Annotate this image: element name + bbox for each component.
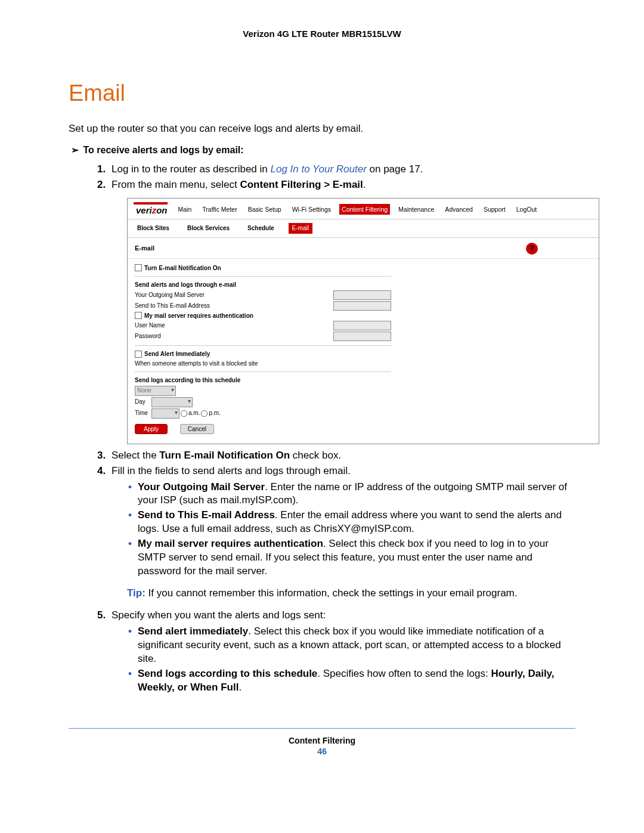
turn-on-label: Turn E-mail Notification On: [144, 264, 275, 272]
send-heading: Send alerts and logs through e-mail: [135, 281, 266, 289]
step-2-text-a: From the main menu, select: [112, 179, 240, 190]
schedule-heading: Send logs according to this schedule: [135, 376, 266, 385]
nav-advanced[interactable]: Advanced: [442, 204, 475, 215]
step-1: 1. Log in to the router as described in …: [97, 163, 575, 176]
schedule-select[interactable]: None: [135, 386, 176, 396]
nav-main[interactable]: Main: [176, 204, 194, 215]
footer: Content Filtering 46: [69, 728, 575, 756]
step-2-menu-path: Content Filtering > E-mail: [240, 179, 363, 190]
outgoing-server-input[interactable]: [333, 290, 391, 300]
panel-title: E-mail: [135, 244, 526, 253]
password-input[interactable]: [333, 332, 391, 341]
auth-label: My mail server requires authentication: [144, 312, 275, 320]
page-title: Email: [69, 80, 575, 106]
step-3-text-b: check box.: [290, 450, 341, 461]
am-radio[interactable]: [181, 410, 187, 417]
pm-radio[interactable]: [201, 410, 208, 417]
password-label: Password: [135, 332, 266, 340]
router-screenshot: verizon Main Traffic Meter Basic Setup W…: [127, 198, 599, 444]
step-3-text-a: Select the: [112, 450, 159, 461]
pm-label: p.m.: [209, 409, 220, 417]
am-label: a.m.: [188, 409, 200, 417]
top-nav: Main Traffic Meter Basic Setup Wi-Fi Set…: [176, 204, 593, 215]
tip: Tip: If you cannot remember this informa…: [127, 587, 575, 600]
username-label: User Name: [135, 321, 266, 330]
doc-header: Verizon 4G LTE Router MBR1515LVW: [69, 29, 575, 39]
step-1-text-a: Log in to the router as described in: [112, 163, 271, 175]
step-2-text-b: .: [363, 179, 366, 190]
subnav-block-services[interactable]: Block Services: [184, 223, 233, 234]
cancel-button[interactable]: Cancel: [180, 424, 214, 434]
nav-maintenance[interactable]: Maintenance: [396, 204, 436, 215]
step-2: 2. From the main menu, select Content Fi…: [97, 178, 575, 444]
day-label: Day: [135, 398, 151, 406]
step-3-option: Turn E-mail Notification On: [159, 450, 290, 461]
nav-wifi-settings[interactable]: Wi-Fi Settings: [290, 204, 333, 215]
step-1-text-b: on page 17.: [367, 163, 423, 175]
bullet-schedule: Send logs according to this schedule. Sp…: [127, 667, 575, 695]
bullet-auth: My mail server requires authentication. …: [127, 537, 575, 578]
login-link[interactable]: Log In to Your Router: [271, 163, 367, 175]
subnav-block-sites[interactable]: Block Sites: [134, 223, 173, 234]
day-select[interactable]: [151, 397, 193, 407]
username-input[interactable]: [333, 321, 391, 330]
verizon-logo: verizon: [134, 202, 168, 216]
footer-section: Content Filtering: [289, 736, 355, 745]
tip-text: If you cannot remember this information,…: [148, 587, 518, 599]
task-heading: ➢ To receive alerts and logs by email:: [69, 144, 575, 156]
send-to-label: Send to This E-mail Address: [135, 302, 266, 310]
auth-checkbox[interactable]: [135, 312, 142, 319]
subnav-email[interactable]: E-mail: [289, 223, 312, 234]
step-4-text: Fill in the fields to send alerts and lo…: [112, 465, 351, 476]
intro-text: Set up the router so that you can receiv…: [69, 123, 575, 135]
nav-support[interactable]: Support: [481, 204, 508, 215]
sub-nav: Block Sites Block Services Schedule E-ma…: [128, 219, 599, 238]
alert-immediately-checkbox[interactable]: [135, 351, 142, 358]
tip-label: Tip:: [127, 587, 145, 599]
chevron-right-icon: ➢: [69, 144, 80, 156]
bullet-outgoing-server: Your Outgoing Mail Server. Enter the nam…: [127, 481, 575, 508]
nav-traffic-meter[interactable]: Traffic Meter: [200, 204, 239, 215]
subnav-schedule[interactable]: Schedule: [244, 223, 277, 234]
nav-content-filtering[interactable]: Content Filtering: [339, 204, 390, 215]
nav-basic-setup[interactable]: Basic Setup: [246, 204, 284, 215]
alert-desc: When someone attempts to visit a blocked…: [135, 360, 266, 368]
outgoing-server-label: Your Outgoing Mail Server: [135, 291, 266, 299]
step-4: 4. Fill in the fields to send alerts and…: [97, 465, 575, 600]
nav-logout[interactable]: LogOut: [514, 204, 539, 215]
time-select[interactable]: [151, 408, 179, 419]
apply-button[interactable]: Apply: [135, 424, 168, 434]
task-heading-text: To receive alerts and logs by email:: [83, 145, 243, 155]
step-5-text: Specify when you want the alerts and log…: [112, 609, 326, 621]
turn-on-checkbox[interactable]: [135, 264, 142, 271]
alert-immediately-label: Send Alert Immediately: [144, 350, 275, 358]
step-3: 3. Select the Turn E-mail Notification O…: [97, 449, 575, 463]
page-number: 46: [69, 747, 575, 756]
step-5: 5. Specify when you want the alerts and …: [97, 609, 575, 695]
time-label: Time: [135, 409, 151, 417]
help-icon[interactable]: ?: [526, 243, 538, 255]
bullet-alert-immediately: Send alert immediately. Select this chec…: [127, 625, 575, 666]
send-to-input[interactable]: [333, 301, 391, 311]
bullet-send-to: Send to This E-mail Address. Enter the e…: [127, 509, 575, 536]
